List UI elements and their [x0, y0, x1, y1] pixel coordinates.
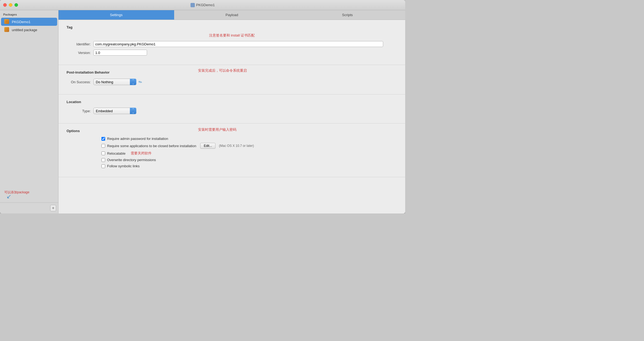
- on-success-wrapper: Do Nothing Restart Logout Shutdown ⌃⌄: [93, 79, 136, 85]
- sidebar-header: Packages: [0, 10, 58, 18]
- tab-payload[interactable]: Payload: [174, 10, 290, 20]
- package-icon-1: [4, 19, 10, 24]
- relocatable-annotation: 需要关闭软件: [131, 151, 152, 156]
- checkbox-overwrite-dir[interactable]: [101, 158, 105, 162]
- sidebar-item-label-2: untitled package: [12, 28, 37, 32]
- edit-note: (Mac OS X 10.7 or later): [219, 144, 254, 148]
- identifier-label: Identifier:: [67, 42, 91, 46]
- checkbox-label-1: Require admin password for installation: [107, 137, 168, 141]
- options-section: Options 安装时需要用户输入密码 Require admin passwo…: [58, 124, 405, 177]
- checkbox-label-5: Follow symbolic links: [107, 164, 140, 168]
- post-install-section: Post-installation Behavior 安装完成后，可以命令系统重…: [58, 65, 405, 95]
- location-title: Location: [67, 100, 397, 104]
- checkbox-symlinks[interactable]: [101, 164, 105, 168]
- maximize-button[interactable]: [14, 3, 18, 7]
- checkbox-relocatable[interactable]: [101, 151, 105, 155]
- checkbox-label-2: Require some applications to be closed b…: [107, 144, 196, 148]
- pencil-icon: ✎: [137, 79, 143, 85]
- location-section: Location Type: Embedded Custom Default ⌃…: [58, 95, 405, 124]
- type-wrapper: Embedded Custom Default ⌃⌄: [93, 108, 136, 114]
- checkbox-row-4: Overwrite directory permissions: [101, 158, 397, 162]
- content-scroll: Tag 注意签名要和 install 证书匹配 Identifier: Vers…: [58, 20, 405, 213]
- type-select[interactable]: Embedded Custom Default: [93, 108, 136, 114]
- on-success-row: On Success: Do Nothing Restart Logout Sh…: [67, 79, 397, 85]
- tab-settings[interactable]: Settings: [58, 10, 174, 20]
- checkbox-row-1: Require admin password for installation: [101, 137, 397, 141]
- version-row: Version:: [67, 50, 397, 56]
- tab-bar: Settings Payload Scripts: [58, 10, 405, 20]
- package-icon-2: [4, 27, 10, 32]
- checkbox-row-3: Relocatable 需要关闭软件: [101, 151, 397, 156]
- minimize-button[interactable]: [9, 3, 12, 7]
- sidebar-item-pkgdemo1[interactable]: PKGDemo1: [1, 18, 57, 26]
- tag-annotation: 注意签名要和 install 证书匹配: [67, 33, 397, 38]
- version-input[interactable]: [93, 50, 147, 56]
- identifier-row: Identifier:: [67, 41, 397, 47]
- app-icon: [191, 3, 195, 7]
- close-button[interactable]: [3, 3, 7, 7]
- sidebar: Packages PKGDemo1 untitled package: [0, 10, 58, 213]
- on-success-label: On Success:: [67, 80, 91, 84]
- checkbox-admin-password[interactable]: [101, 137, 105, 141]
- edit-button[interactable]: Edit...: [200, 143, 215, 149]
- sidebar-item-label-1: PKGDemo1: [12, 20, 30, 24]
- tab-scripts[interactable]: Scripts: [290, 10, 405, 20]
- tag-section-title: Tag: [67, 25, 397, 29]
- add-package-button[interactable]: +: [50, 205, 56, 211]
- sidebar-footer: 可以添加package ↙ +: [0, 202, 58, 213]
- checkbox-label-4: Overwrite directory permissions: [107, 158, 156, 162]
- version-label: Version:: [67, 51, 91, 55]
- checkbox-row-2: Require some applications to be closed b…: [101, 143, 397, 149]
- checkboxes-section: Require admin password for installation …: [67, 137, 397, 168]
- checkbox-label-3: Relocatable: [107, 151, 126, 155]
- on-success-select[interactable]: Do Nothing Restart Logout Shutdown: [93, 79, 136, 85]
- add-package-arrow: ↙: [6, 193, 11, 200]
- options-annotation: 安装时需要用户输入密码: [198, 127, 236, 132]
- checkbox-row-5: Follow symbolic links: [101, 164, 397, 168]
- type-row: Type: Embedded Custom Default ⌃⌄: [67, 108, 397, 114]
- checkbox-close-apps[interactable]: [101, 144, 105, 148]
- main-window: PKGDemo1 Packages PKGDemo1 untitl: [0, 0, 405, 213]
- identifier-input[interactable]: [93, 41, 383, 47]
- window-title: PKGDemo1: [191, 3, 215, 7]
- main-container: Packages PKGDemo1 untitled package: [0, 10, 405, 213]
- sidebar-item-untitled[interactable]: untitled package: [1, 26, 57, 34]
- tag-section: Tag 注意签名要和 install 证书匹配 Identifier: Vers…: [58, 20, 405, 65]
- titlebar: PKGDemo1: [0, 0, 405, 10]
- titlebar-buttons: [3, 3, 18, 7]
- type-label: Type:: [67, 109, 91, 113]
- content-area: Settings Payload Scripts Tag 注意签名要和 inst…: [58, 10, 405, 213]
- post-install-annotation: 安装完成后，可以命令系统重启: [198, 68, 247, 73]
